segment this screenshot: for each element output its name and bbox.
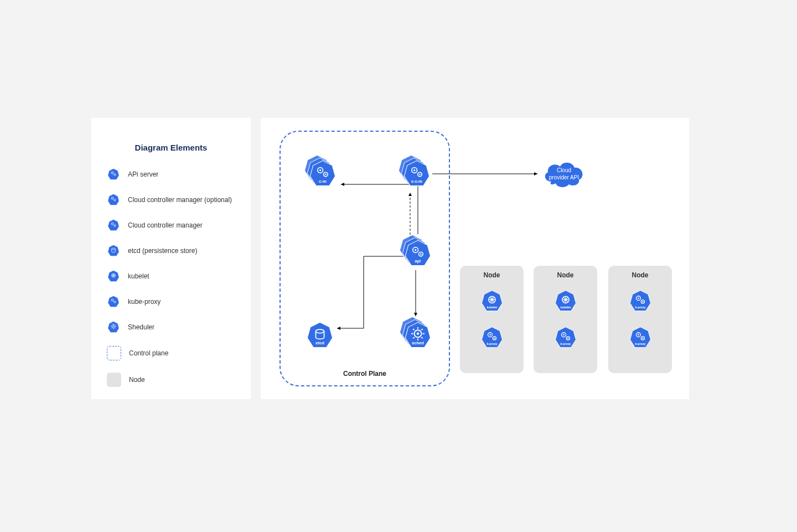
node-title: Node [484, 271, 500, 279]
legend-item-scheduler: Sheduler [107, 321, 235, 334]
cloud-label-1: Cloud [557, 167, 571, 173]
legend-item-cloud-controller-optional: Cloud controller manager (optional) [107, 193, 235, 206]
scheduler-icon [107, 321, 120, 334]
legend-item-control-plane: Control plane [107, 346, 235, 360]
kube-proxy-icon [107, 295, 120, 308]
legend-item-kubelet: kubelet [107, 270, 235, 283]
legend-item-cloud-controller: Cloud controller manager [107, 219, 235, 232]
kube-proxy-icon: k-proxy [628, 326, 653, 350]
svg-text:sched: sched [412, 340, 424, 345]
worker-node-2: Node kubelet k-proxy [534, 266, 597, 373]
legend-label: kube-proxy [128, 298, 161, 306]
kube-proxy-icon: k-proxy [553, 326, 578, 350]
svg-text:k-proxy: k-proxy [635, 342, 645, 345]
svg-text:k-proxy: k-proxy [560, 342, 571, 345]
legend-label: etcd (persistence store) [128, 247, 197, 255]
legend-item-kube-proxy: kube-proxy [107, 295, 235, 308]
scheduler-node: sched [403, 321, 433, 350]
cloud-label-2: provider API [549, 174, 579, 180]
cloud-provider-api: Cloud provider API [540, 157, 588, 190]
node-title: Node [632, 271, 649, 279]
cloud-controller-icon [107, 193, 120, 206]
api-server-icon [107, 168, 120, 181]
legend-label: Sheduler [128, 323, 154, 331]
diagram-panel: Control Plane c-m [261, 118, 689, 399]
svg-text:k-proxy: k-proxy [487, 342, 497, 345]
legend-item-api-server: APi server [107, 168, 235, 181]
api-server-node: api [403, 239, 433, 268]
worker-node-1: Node kubelet k-proxy [460, 266, 524, 373]
svg-text:c-m: c-m [319, 179, 327, 184]
svg-text:c-c-m: c-c-m [411, 179, 422, 184]
cloud-controller-icon [107, 219, 120, 232]
svg-text:kubelet: kubelet [560, 306, 571, 309]
cloud-controller-manager-node: c-c-m [402, 159, 432, 189]
svg-text:api: api [415, 259, 421, 264]
kubelet-icon: kubelet [480, 289, 504, 313]
legend-label: Cloud controller manager [128, 221, 203, 229]
node-title: Node [557, 271, 574, 279]
kube-proxy-icon: k-proxy [628, 289, 653, 313]
kube-proxy-icon: k-proxy [480, 326, 504, 350]
legend-label: Cloud controller manager (optional) [128, 196, 232, 204]
control-plane-label: Control Plane [281, 370, 449, 378]
etcd-node: etcd [305, 321, 335, 350]
etcd-icon [107, 244, 120, 257]
worker-node-3: Node k-proxy k-proxy [608, 266, 672, 373]
legend-panel: Diagram Elements APi server Cloud contro… [91, 118, 251, 399]
legend-title: Diagram Elements [107, 143, 235, 152]
svg-text:etcd: etcd [315, 340, 324, 345]
legend-item-etcd: etcd (persistence store) [107, 244, 235, 257]
control-plane-swatch [107, 346, 121, 360]
legend-item-node: Node [107, 373, 235, 387]
legend-label: kubelet [128, 272, 149, 280]
node-swatch [107, 373, 121, 387]
controller-manager-node: c-m [308, 159, 338, 189]
kubelet-icon: kubelet [553, 289, 578, 313]
legend-label: Control plane [129, 349, 168, 357]
legend-label: APi server [128, 171, 158, 178]
svg-text:kubelet: kubelet [487, 306, 497, 309]
legend-label: Node [129, 376, 145, 384]
svg-text:k-proxy: k-proxy [635, 306, 645, 309]
kubelet-icon [107, 270, 120, 283]
